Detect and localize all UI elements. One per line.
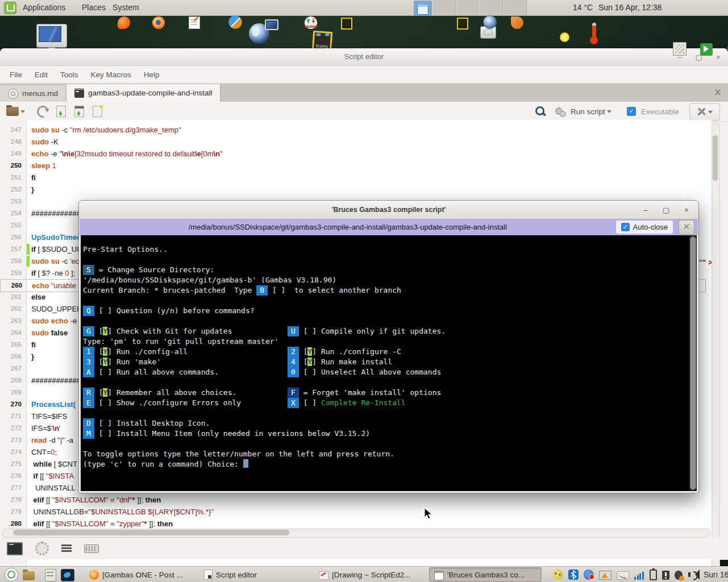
option-key-2[interactable]: 2 — [288, 347, 299, 357]
folder-icon[interactable] — [23, 571, 35, 580]
executable-toggle[interactable]: ✓ Executable — [625, 104, 681, 119]
icons-app-icon[interactable] — [341, 18, 352, 30]
menu-item-file[interactable]: File — [5, 69, 27, 81]
app-ball-icon[interactable] — [228, 15, 242, 29]
battery-icon[interactable] — [650, 569, 657, 580]
text-editor-icon[interactable] — [189, 16, 200, 29]
tab-close-icon[interactable]: × — [712, 86, 723, 98]
menu-item-help[interactable]: Help — [139, 69, 165, 81]
close-button[interactable]: × — [683, 206, 690, 214]
option-key-B[interactable]: B — [256, 285, 268, 296]
taskbar-clock[interactable]: Sun 16 Apr, 12:38 — [704, 570, 728, 579]
minimize-button[interactable]: – — [642, 206, 650, 214]
keyboard-icon[interactable] — [84, 544, 99, 553]
auto-close-toggle[interactable]: ✓ Auto-close — [616, 221, 673, 234]
panel-clock[interactable]: Sun 16 Apr, 12:38 — [598, 0, 662, 15]
firefox-icon[interactable] — [152, 16, 165, 29]
dragon-icon[interactable] — [584, 569, 594, 580]
code-line-280: 280 elif [[ "$INSTALLCOM" = "zypper"* ]]… — [0, 518, 705, 530]
refresh-button[interactable] — [35, 104, 51, 119]
clipboard-icon[interactable] — [662, 571, 669, 580]
maximize-button[interactable]: ▢ — [662, 206, 670, 214]
option-key-E[interactable]: E — [83, 398, 94, 408]
curve-icon[interactable] — [617, 571, 629, 580]
search-button[interactable] — [533, 104, 548, 119]
display-settings-icon[interactable] — [265, 19, 278, 30]
lines-icon[interactable] — [61, 544, 72, 552]
gear-icon[interactable] — [35, 542, 49, 555]
tab-gambas3-update-compile-and-install[interactable]: gambas3-update-compile-and-install — [66, 84, 221, 102]
window-switcher-icon[interactable] — [673, 42, 687, 56]
weather-sun-icon[interactable] — [560, 32, 569, 42]
panel-menu-applications[interactable]: Applications — [18, 0, 70, 15]
option-key-X[interactable]: X — [288, 398, 299, 408]
panel-menu-places[interactable]: Places — [77, 0, 110, 15]
terminal-scroll-thumb[interactable] — [690, 236, 696, 490]
editor-vertical-scrollbar[interactable] — [712, 122, 720, 576]
panel-window-button[interactable] — [456, 0, 480, 15]
tool-icon[interactable] — [511, 16, 523, 29]
app-orange-icon[interactable] — [118, 16, 130, 29]
terminal-icon[interactable] — [7, 542, 23, 555]
signal-icon[interactable] — [634, 571, 644, 580]
task-button--Drawing-ScriptEd2-[interactable]: [Drawing ~ ScriptEd2... — [314, 568, 426, 581]
tab-menus-md[interactable]: menus.md — [0, 85, 66, 102]
option-key-F[interactable]: F — [288, 388, 299, 398]
option-key-A[interactable]: A — [83, 367, 94, 377]
executable-checkbox[interactable]: ✓ — [627, 107, 636, 116]
option-key-R[interactable]: R — [83, 388, 94, 398]
mint-menu-icon[interactable] — [5, 568, 18, 581]
run-script-button[interactable]: Run script — [554, 104, 613, 119]
option-key-U[interactable]: U — [288, 326, 299, 336]
terminal-scrollbar[interactable] — [689, 235, 697, 491]
panel-window-button[interactable] — [479, 0, 503, 15]
horizontal-scroll-thumb[interactable] — [13, 530, 289, 535]
icons-app-icon[interactable] — [457, 18, 468, 30]
terminal-close-x-button[interactable]: ✕ — [679, 220, 694, 235]
panel-window-button[interactable] — [432, 0, 456, 15]
terminal-launcher-icon[interactable] — [61, 569, 74, 581]
option-key-G[interactable]: G — [83, 326, 94, 336]
save-all-button[interactable] — [73, 104, 86, 119]
globe-icon[interactable] — [483, 15, 497, 29]
menu-item-key-macros[interactable]: Key Macros — [86, 69, 136, 81]
new-document-button[interactable]: ★ — [91, 104, 104, 119]
chevron-down-icon — [20, 110, 25, 115]
panel-window-button[interactable] — [503, 0, 527, 15]
mint-menu-icon[interactable] — [4, 2, 16, 14]
option-key-M[interactable]: M — [83, 429, 94, 439]
vertical-scroll-thumb[interactable] — [713, 135, 718, 181]
option-key-1[interactable]: 1 — [83, 347, 94, 357]
option-key-Q[interactable]: Q — [83, 306, 94, 316]
open-file-button[interactable] — [5, 104, 27, 119]
option-key-4[interactable]: 4 — [288, 357, 299, 367]
panel-menu-system[interactable]: System — [108, 0, 144, 15]
editor-horizontal-scrollbar[interactable] — [2, 529, 710, 538]
shield-icon[interactable] — [675, 571, 683, 580]
logout-icon[interactable] — [700, 43, 713, 56]
terminal-titlebar[interactable]: 'Bruces Gambas3 compiler script' – ▢ × — [79, 201, 698, 219]
terminal-output[interactable]: Pre-Start Options..S = Change Source Dir… — [81, 235, 697, 491]
display-ruler-icon[interactable] — [599, 571, 611, 580]
task-button-Script-editor[interactable]: Script editor — [199, 568, 311, 581]
bluetooth-icon[interactable] — [568, 569, 579, 580]
temperature-label[interactable]: 14 °C — [573, 0, 593, 15]
file-manager-icon[interactable] — [45, 569, 56, 581]
tools-menu-button[interactable] — [689, 103, 720, 120]
option-key-3[interactable]: 3 — [83, 357, 94, 367]
option-key-D[interactable]: D — [83, 418, 94, 429]
option-key-0[interactable]: 0 — [288, 367, 299, 377]
search-icon[interactable]: 2 — [726, 43, 728, 56]
auto-close-checkbox[interactable]: ✓ — [621, 223, 630, 231]
pufferfish-icon[interactable] — [553, 569, 563, 580]
update-manager-icon[interactable]: Update — [305, 16, 317, 29]
speaker-icon[interactable] — [688, 569, 698, 580]
task-button--Gambas-ONE-Post-[interactable]: [Gambas ONE - Post ... — [85, 568, 196, 581]
task-button--Bruces-Gambas3-co-[interactable]: 'Bruces Gambas3 co... — [429, 567, 542, 582]
menu-item-edit[interactable]: Edit — [30, 69, 53, 81]
save-button[interactable] — [55, 104, 68, 119]
menu-item-tools[interactable]: Tools — [55, 69, 84, 81]
terminal-row: 1 [Y] Run ./config-all2 [Y] Run ./config… — [83, 347, 687, 357]
option-key-S[interactable]: S — [83, 265, 94, 275]
active-window-indicator[interactable] — [414, 1, 432, 16]
